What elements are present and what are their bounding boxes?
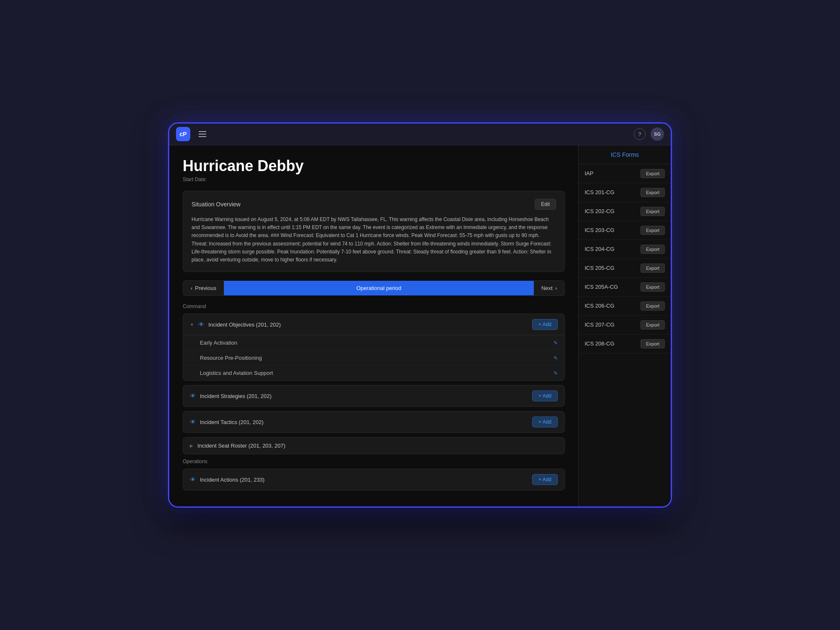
- resource-prepositioning-label: Resource Pre-Positioning: [200, 355, 262, 361]
- incident-actions-left: 👁 Incident Actions (201, 233): [190, 476, 265, 483]
- chevron-left-icon: [191, 285, 192, 291]
- eye-icon-strategies[interactable]: 👁: [190, 393, 196, 399]
- incident-actions-add-button[interactable]: + Add: [532, 474, 558, 485]
- expand-arrow-roster-icon[interactable]: ▶: [190, 443, 193, 448]
- ics207cg-label: ICS 207-CG: [585, 322, 614, 328]
- chevron-right-icon: [555, 285, 557, 291]
- sub-item-resource-prepositioning: Resource Pre-Positioning ✎: [183, 351, 564, 366]
- incident-seat-roster-group: ▶ Incident Seat Roster (201, 203, 207): [183, 437, 565, 454]
- top-bar: cP ? SG: [169, 124, 671, 145]
- sidebar-item-ics207cg: ICS 207-CG Export: [579, 316, 671, 335]
- incident-strategies-left: 👁 Incident Strategies (201, 202): [190, 393, 272, 399]
- top-bar-right: ? SG: [634, 127, 664, 141]
- collapse-arrow-icon[interactable]: ▼: [190, 322, 194, 327]
- incident-strategies-header: 👁 Incident Strategies (201, 202) + Add: [183, 385, 564, 406]
- incident-tactics-add-button[interactable]: + Add: [532, 416, 558, 427]
- sub-items-list: Early Activation ✎ Resource Pre-Position…: [183, 335, 564, 380]
- sidebar-item-ics202cg: ICS 202-CG Export: [579, 202, 671, 221]
- sidebar-item-iap: IAP Export: [579, 164, 671, 183]
- ics205acg-label: ICS 205A-CG: [585, 284, 618, 290]
- pencil-icon-early-activation[interactable]: ✎: [554, 340, 558, 346]
- incident-strategies-label: Incident Strategies (201, 202): [200, 393, 272, 399]
- ics202cg-export-button[interactable]: Export: [640, 207, 665, 216]
- situation-text: Hurricane Warning issued on August 5, 20…: [192, 216, 556, 264]
- incident-tactics-group: 👁 Incident Tactics (201, 202) + Add: [183, 411, 565, 433]
- ics207cg-export-button[interactable]: Export: [640, 320, 665, 329]
- incident-strategies-group: 👁 Incident Strategies (201, 202) + Add: [183, 385, 565, 407]
- incident-actions-header: 👁 Incident Actions (201, 233) + Add: [183, 469, 564, 490]
- sidebar-item-ics206cg: ICS 206-CG Export: [579, 297, 671, 316]
- incident-objectives-label: Incident Objectives (201, 202): [208, 322, 281, 328]
- ics206cg-label: ICS 206-CG: [585, 303, 614, 309]
- main-layout: Hurricane Debby Start Date: Situation Ov…: [169, 145, 671, 506]
- sidebar-item-ics205cg: ICS 205-CG Export: [579, 259, 671, 278]
- situation-header: Situation Overview Edit: [192, 199, 556, 210]
- incident-objectives-header: ▼ 👁 Incident Objectives (201, 202) + Add: [183, 314, 564, 335]
- situation-card: Situation Overview Edit Hurricane Warnin…: [183, 191, 565, 272]
- eye-icon[interactable]: 👁: [198, 321, 204, 328]
- previous-label: Previous: [195, 285, 216, 291]
- incident-actions-group: 👁 Incident Actions (201, 233) + Add: [183, 469, 565, 490]
- incident-seat-roster-header: ▶ Incident Seat Roster (201, 203, 207): [183, 438, 564, 454]
- operational-period-label: Operational period: [224, 281, 534, 295]
- ics201cg-export-button[interactable]: Export: [640, 188, 665, 197]
- early-activation-label: Early Activation: [200, 340, 237, 346]
- operations-section-label: Operations: [183, 459, 565, 464]
- incident-tactics-label: Incident Tactics (201, 202): [200, 419, 264, 425]
- logistics-aviation-label: Logistics and Aviation Support: [200, 370, 273, 376]
- ics208cg-label: ICS 208-CG: [585, 340, 614, 347]
- ics202cg-label: ICS 202-CG: [585, 208, 614, 214]
- iap-label: IAP: [585, 170, 593, 177]
- eye-icon-tactics[interactable]: 👁: [190, 419, 196, 425]
- sub-item-early-activation: Early Activation ✎: [183, 335, 564, 351]
- sidebar-item-ics204cg: ICS 204-CG Export: [579, 240, 671, 259]
- device-frame: cP ? SG Hurricane Debby Start Date: Situ…: [168, 122, 672, 508]
- situation-title: Situation Overview: [192, 201, 241, 208]
- ics203cg-export-button[interactable]: Export: [640, 226, 665, 235]
- incident-objectives-group: ▼ 👁 Incident Objectives (201, 202) + Add…: [183, 314, 565, 381]
- ics204cg-export-button[interactable]: Export: [640, 245, 665, 254]
- ics203cg-label: ICS 203-CG: [585, 227, 614, 233]
- eye-icon-actions[interactable]: 👁: [190, 476, 196, 483]
- page-title: Hurricane Debby: [183, 157, 565, 175]
- iap-export-button[interactable]: Export: [640, 169, 665, 178]
- help-icon[interactable]: ?: [634, 128, 646, 140]
- ics201cg-label: ICS 201-CG: [585, 189, 614, 195]
- ics206cg-export-button[interactable]: Export: [640, 301, 665, 311]
- incident-seat-roster-label: Incident Seat Roster (201, 203, 207): [197, 443, 286, 449]
- pencil-icon-logistics-aviation[interactable]: ✎: [554, 370, 558, 376]
- right-sidebar: ICS Forms IAP Export ICS 201-CG Export I…: [578, 145, 671, 506]
- incident-tactics-left: 👁 Incident Tactics (201, 202): [190, 419, 264, 425]
- ics205cg-export-button[interactable]: Export: [640, 264, 665, 273]
- edit-button[interactable]: Edit: [535, 199, 556, 210]
- ics205acg-export-button[interactable]: Export: [640, 282, 665, 292]
- sidebar-item-ics203cg: ICS 203-CG Export: [579, 221, 671, 240]
- sidebar-item-ics201cg: ICS 201-CG Export: [579, 183, 671, 202]
- ics205cg-label: ICS 205-CG: [585, 265, 614, 271]
- previous-button[interactable]: Previous: [183, 280, 224, 296]
- start-date-label: Start Date:: [183, 177, 565, 182]
- incident-actions-label: Incident Actions (201, 233): [200, 477, 265, 483]
- incident-seat-roster-left: ▶ Incident Seat Roster (201, 203, 207): [190, 443, 286, 449]
- ics204cg-label: ICS 204-CG: [585, 246, 614, 252]
- avatar[interactable]: SG: [651, 127, 664, 141]
- hamburger-menu[interactable]: [197, 129, 208, 139]
- sidebar-item-ics205acg: ICS 205A-CG Export: [579, 278, 671, 297]
- sidebar-item-ics208cg: ICS 208-CG Export: [579, 335, 671, 353]
- sidebar-header: ICS Forms: [579, 145, 671, 164]
- incident-objectives-add-button[interactable]: + Add: [532, 319, 558, 330]
- ics208cg-export-button[interactable]: Export: [640, 339, 665, 348]
- command-section-label: Command: [183, 303, 565, 309]
- logo-button[interactable]: cP: [176, 127, 190, 141]
- incident-objectives-left: ▼ 👁 Incident Objectives (201, 202): [190, 321, 281, 328]
- next-button[interactable]: Next: [534, 280, 565, 296]
- incident-strategies-add-button[interactable]: + Add: [532, 390, 558, 401]
- next-label: Next: [541, 285, 553, 291]
- operational-period-nav: Previous Operational period Next: [183, 280, 565, 296]
- incident-tactics-header: 👁 Incident Tactics (201, 202) + Add: [183, 411, 564, 432]
- sub-item-logistics-aviation: Logistics and Aviation Support ✎: [183, 366, 564, 380]
- pencil-icon-resource-prepositioning[interactable]: ✎: [554, 355, 558, 361]
- content-area: Hurricane Debby Start Date: Situation Ov…: [169, 145, 578, 506]
